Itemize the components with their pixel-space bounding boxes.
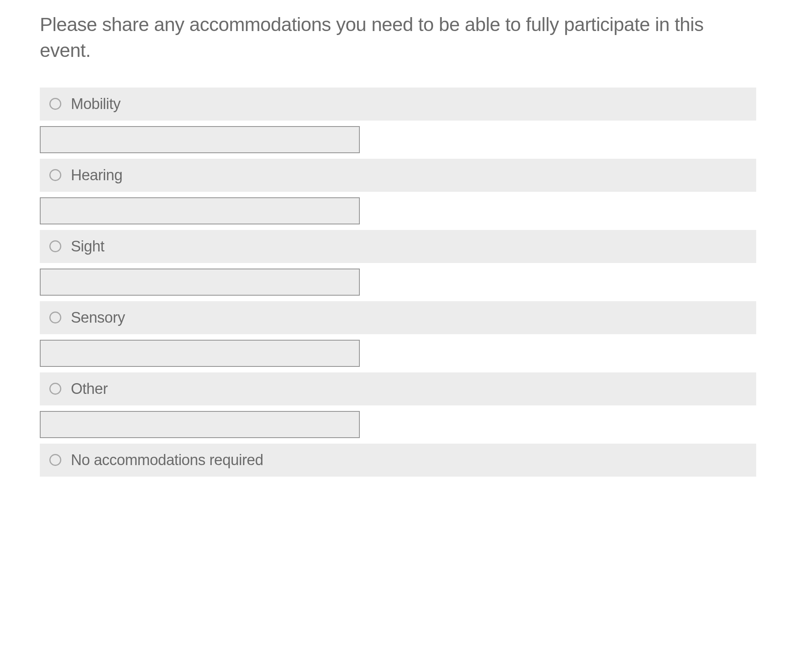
- options-container: Mobility Hearing Sight Sensory Other No …: [40, 88, 756, 477]
- option-hearing[interactable]: Hearing: [40, 159, 756, 192]
- radio-icon[interactable]: [49, 240, 61, 252]
- hearing-input[interactable]: [40, 197, 360, 224]
- radio-icon[interactable]: [49, 312, 61, 323]
- input-wrapper-hearing: [40, 197, 756, 224]
- option-other[interactable]: Other: [40, 372, 756, 405]
- radio-icon[interactable]: [49, 454, 61, 466]
- option-mobility[interactable]: Mobility: [40, 88, 756, 121]
- option-label: Hearing: [71, 167, 123, 184]
- option-label: Mobility: [71, 95, 121, 113]
- question-text: Please share any accommodations you need…: [40, 12, 756, 64]
- input-wrapper-mobility: [40, 126, 756, 153]
- mobility-input[interactable]: [40, 126, 360, 153]
- other-input[interactable]: [40, 411, 360, 438]
- option-label: Sensory: [71, 309, 125, 326]
- sensory-input[interactable]: [40, 340, 360, 367]
- option-label: Other: [71, 380, 108, 397]
- option-no-accommodations[interactable]: No accommodations required: [40, 444, 756, 477]
- option-label: No accommodations required: [71, 452, 263, 469]
- input-wrapper-sensory: [40, 340, 756, 367]
- radio-icon[interactable]: [49, 169, 61, 181]
- input-wrapper-other: [40, 411, 756, 438]
- sight-input[interactable]: [40, 269, 360, 296]
- option-sensory[interactable]: Sensory: [40, 301, 756, 334]
- radio-icon[interactable]: [49, 383, 61, 395]
- radio-icon[interactable]: [49, 98, 61, 110]
- input-wrapper-sight: [40, 269, 756, 296]
- option-label: Sight: [71, 238, 104, 255]
- option-sight[interactable]: Sight: [40, 230, 756, 263]
